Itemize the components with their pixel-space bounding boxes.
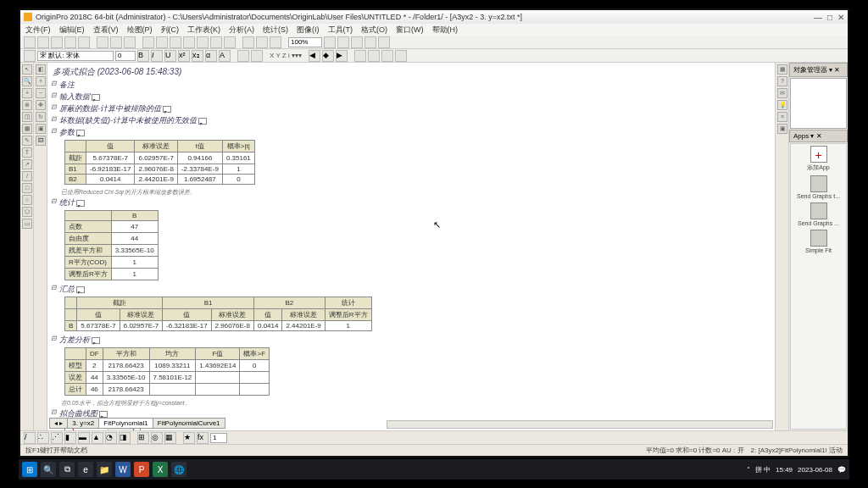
minimize-button[interactable]: — [814,13,822,22]
scale-in-tool[interactable]: + [36,76,46,86]
roi-tool[interactable]: ◧ [36,64,46,75]
powerpoint-icon[interactable]: P [134,462,149,477]
pan-tool[interactable]: ✥ [36,100,46,110]
dropdown-icon[interactable] [92,337,100,344]
speedmode-button[interactable] [381,50,393,62]
bold-button[interactable]: B [137,50,149,62]
scatter-plot-button[interactable]: ∴ [37,432,49,444]
dropdown-icon[interactable] [76,286,85,293]
pie-plot-button[interactable]: ◔ [105,432,117,444]
dropdown-icon[interactable] [99,411,108,418]
new-graph-button[interactable] [156,36,168,48]
menu-format[interactable]: 格式(O) [361,25,387,36]
menu-statistics[interactable]: 统计(S) [263,25,288,36]
antialias-button[interactable] [395,50,407,62]
fontsize-combo[interactable] [115,51,136,61]
start-button[interactable]: ⊞ [22,462,37,477]
pointer-tool[interactable]: ↖ [22,64,32,75]
command-window-button[interactable] [364,36,376,48]
menu-plot[interactable]: 绘图(P) [127,25,153,36]
dropdown-icon[interactable] [163,106,171,113]
arrow-tool[interactable]: ↗ [22,159,32,169]
sheet-tab-curve[interactable]: FitPolynomialCurve1 [153,418,225,429]
insert-image-tool[interactable]: 🖼 [36,136,46,146]
edge-icon[interactable]: e [78,462,93,477]
3d-plot-button[interactable]: ◨ [119,432,131,444]
insert-graph-tool[interactable]: ▣ [36,124,46,134]
import-multi-button[interactable] [124,36,136,48]
notifications-icon[interactable]: 💬 [837,466,846,474]
menu-view[interactable]: 查看(V) [93,25,119,36]
object-manager-body[interactable] [790,78,847,129]
new-matrix-button[interactable] [170,36,181,48]
section-masked[interactable]: 屏蔽的数据-计算中被排除的值 [53,103,770,114]
layer-index[interactable] [210,433,227,443]
arrow-both-button[interactable]: ◆ [322,50,334,62]
underline-button[interactable]: U [164,50,176,62]
arrow-right-button[interactable]: ▶ [336,50,348,62]
new-notes-button[interactable] [197,36,209,48]
section-stats[interactable]: 统计 [53,197,770,208]
circle-tool[interactable]: ○ [22,195,32,205]
subscript-button[interactable]: x₂ [192,50,203,62]
results-log-button[interactable] [351,36,363,48]
zoom-in-button[interactable] [324,36,336,48]
dropdown-icon[interactable] [198,118,207,125]
text-tool[interactable]: T [22,147,32,158]
zoom-combo[interactable] [288,37,322,47]
maximize-button[interactable]: □ [827,13,832,22]
menu-worksheet[interactable]: 工作表(K) [187,25,220,36]
ime-indicator[interactable]: 拼 中 [755,465,771,474]
add-column-button[interactable] [270,36,281,48]
browser-icon[interactable]: 🌐 [171,462,186,477]
horizontal-scrollbar[interactable] [387,420,773,429]
open-button[interactable] [37,36,49,48]
image-plot-button[interactable]: ▦ [164,432,176,444]
clock-time[interactable]: 15:49 [776,466,793,474]
code-builder-button[interactable] [256,36,268,48]
polygon-tool[interactable]: ⬠ [22,207,32,217]
object-manager-header[interactable]: 对象管理器 ▾ ✕ [789,63,848,77]
scale-out-tool[interactable]: − [36,88,46,98]
screen-reader-tool[interactable]: ⊕ [22,100,32,110]
contour-plot-button[interactable]: ◎ [151,432,163,444]
column-plot-button[interactable]: ▮ [64,432,76,444]
line-tool[interactable]: / [22,171,32,181]
close-button[interactable]: ✕ [837,13,844,22]
mask-tool[interactable]: ▦ [22,124,32,134]
results-log-toggle[interactable]: ≡ [777,112,787,122]
font-combo[interactable] [37,51,114,61]
refresh-button[interactable] [210,36,222,48]
messages-log-button[interactable] [378,36,390,48]
dropdown-icon[interactable] [76,200,85,207]
explorer-icon[interactable]: 📁 [97,462,112,477]
new-workbook-button[interactable] [142,36,154,48]
stats-plot-button[interactable]: ⊞ [137,432,149,444]
dropdown-icon[interactable] [76,130,85,136]
word-icon[interactable]: W [115,462,131,477]
reader-tool[interactable]: + [22,88,32,98]
line-color-button[interactable] [237,50,249,62]
menu-tools[interactable]: 工具(T) [328,25,353,36]
menu-column[interactable]: 列(C) [161,25,180,36]
app-simple-fit[interactable]: Simple Fit [793,230,844,253]
dropdown-icon[interactable] [92,94,100,101]
zoom-tool[interactable]: 🔍 [22,76,32,86]
bar-plot-button[interactable]: ▬ [78,432,90,444]
app-send-graphs-2[interactable]: Send Graphs ... [793,202,844,226]
app-add[interactable]: +添加App [793,146,844,172]
command-win-toggle[interactable]: ▣ [777,124,787,134]
fill-color-button[interactable] [251,50,263,62]
function-plot-button[interactable]: fx [197,432,209,444]
new-project-button[interactable] [24,36,36,48]
data-selector-tool[interactable]: ◫ [22,112,32,122]
arrow-left-button[interactable]: ◀ [309,50,320,62]
project-explorer-toggle[interactable]: ▦ [777,64,787,75]
rect-tool[interactable]: □ [22,183,32,193]
area-plot-button[interactable]: ▲ [92,432,103,444]
line-symbol-button[interactable]: ⋰ [51,432,63,444]
pointer-button[interactable] [24,50,36,62]
region-tool[interactable]: ▭ [22,219,32,229]
tray-chevron-icon[interactable]: ˄ [747,466,750,474]
font-color-button[interactable]: A [219,50,231,62]
